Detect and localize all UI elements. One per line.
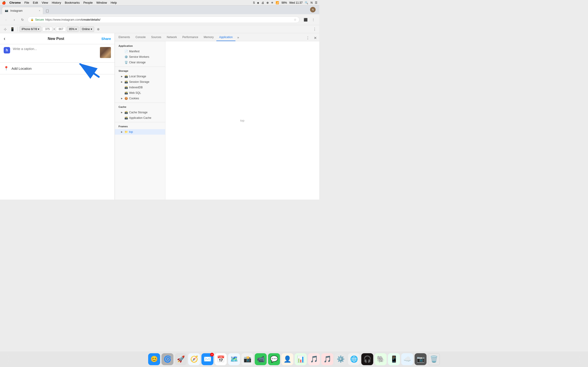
dimension-separator: × [53, 27, 55, 31]
sidebar-item-top-frame[interactable]: ▶ 📁 top [115, 129, 165, 135]
network-throttle-selector[interactable]: Online ▾ [80, 26, 94, 32]
width-input[interactable]: 375 [42, 27, 52, 31]
airdrop-icon: ⊕ [267, 1, 269, 4]
menu-help[interactable]: Help [111, 1, 117, 4]
divider-1 [115, 67, 165, 67]
expand-arrow-top: ▶ [120, 131, 123, 133]
skype-icon: S [253, 1, 255, 4]
menu-file[interactable]: File [24, 1, 29, 4]
sidebar-item-indexeddb[interactable]: 🗃️ IndexedDB [115, 85, 165, 90]
zoom-selector[interactable]: 85% ▾ [67, 26, 79, 32]
menu-people[interactable]: People [83, 1, 93, 4]
menu-bookmarks[interactable]: Bookmarks [65, 1, 80, 4]
chrome-menu-icon[interactable]: ⋮ [310, 17, 317, 23]
new-tab-button[interactable] [44, 8, 51, 14]
search-icon[interactable]: 🔍 [305, 1, 308, 4]
manifest-icon: 📄 [124, 50, 128, 53]
application-cache-label: Application Cache [129, 116, 151, 119]
sidebar-item-manifest[interactable]: 📄 Manifest [115, 49, 165, 54]
bookmark-star-icon[interactable]: ☆ [294, 18, 296, 21]
expand-arrow-sw [120, 56, 123, 58]
cache-storage-label: Cache Storage [129, 111, 147, 114]
sidebar-item-local-storage[interactable]: ▶ 🗃️ Local Storage [115, 74, 165, 79]
location-pin-icon: 📍 [4, 66, 9, 71]
indexeddb-icon: 🗃️ [124, 86, 128, 89]
wifi-icon: 📶 [276, 1, 279, 4]
forward-button[interactable]: › [11, 17, 17, 23]
instagram-back-button[interactable]: ‹ [4, 36, 10, 42]
menu-window[interactable]: Window [96, 1, 107, 4]
tab-favicon: 📷 [5, 9, 9, 13]
cookies-label: Cookies [129, 97, 139, 100]
tab-title: Instagram [10, 9, 37, 12]
sidebar-item-service-workers[interactable]: ⚙️ Service Workers [115, 54, 165, 60]
reload-button[interactable]: ↻ [19, 17, 26, 23]
address-input[interactable]: 🔒 Secure https://www.instagram.com/creat… [27, 17, 300, 23]
expand-arrow-ls: ▶ [120, 75, 123, 78]
device-selector[interactable]: iPhone 6/7/8 ▾ [19, 26, 41, 32]
top-frame-label: top [129, 130, 133, 133]
tab-memory[interactable]: Memory [201, 34, 216, 41]
tab-network[interactable]: Network [164, 34, 180, 41]
devtools-more-button[interactable]: ⋮ [304, 35, 311, 41]
instagram-share-button[interactable]: Share [101, 37, 111, 41]
tab-performance[interactable]: Performance [180, 34, 201, 41]
divider-2 [115, 102, 165, 103]
battery-text: 98% [281, 1, 287, 4]
chrome-user-avatar[interactable]: N [310, 7, 316, 12]
frames-section-header: Frames [115, 124, 165, 129]
expand-arrow-sql [120, 92, 123, 94]
device-mode-button[interactable]: 📱 [9, 26, 16, 32]
tab-bar: 📷 Instagram × N [0, 6, 319, 14]
sidebar-item-application-cache[interactable]: 🗃️ Application Cache [115, 115, 165, 121]
post-image [100, 47, 111, 58]
menu-view[interactable]: View [42, 1, 48, 4]
tab-elements[interactable]: Elements [116, 34, 133, 41]
instagram-tab[interactable]: 📷 Instagram × [2, 7, 43, 14]
indexeddb-label: IndexedDB [129, 86, 143, 89]
menu-edit[interactable]: Edit [33, 1, 38, 4]
local-storage-label: Local Storage [129, 75, 146, 78]
menu-history[interactable]: History [52, 1, 61, 4]
expand-arrow-ac [120, 117, 123, 119]
tab-sources[interactable]: Sources [148, 34, 164, 41]
extensions-icon[interactable]: ⬛ [302, 17, 309, 23]
cookies-icon: 🍪 [124, 97, 128, 100]
back-button[interactable]: ‹ [3, 17, 9, 23]
sidebar-item-clear-storage[interactable]: 🗑️ Clear storage [115, 60, 165, 65]
tab-close-button[interactable]: × [39, 9, 40, 12]
sidebar-item-session-storage[interactable]: ▶ 🗃️ Session Storage [115, 79, 165, 85]
select-element-button[interactable]: ⊹ [2, 26, 8, 32]
tab-console[interactable]: Console [133, 34, 148, 41]
instagram-header: ‹ New Post Share [0, 33, 115, 44]
expand-arrow-cs: ▶ [120, 111, 123, 114]
devtools-close-button[interactable]: ✕ [312, 35, 318, 41]
more-tabs-button[interactable]: » [235, 34, 241, 41]
more-options-icon[interactable]: ⋮ [312, 26, 317, 32]
expand-arrow-cookies: ▶ [120, 97, 123, 100]
sidebar-item-web-sql[interactable]: 🗃️ Web SQL [115, 90, 165, 96]
width-input-group: 375 × 667 [42, 27, 66, 31]
menu-bar: 🍎 Chrome File Edit View History Bookmark… [0, 0, 319, 6]
add-location-row[interactable]: 📍 Add Location [0, 63, 115, 74]
cache-section-header: Cache [115, 104, 165, 110]
post-thumbnail [100, 47, 111, 58]
address-bar: ‹ › ↻ 🔒 Secure https://www.instagram.com… [0, 14, 319, 25]
clock: Wed 11:37 [289, 1, 303, 4]
caption-input[interactable] [13, 47, 97, 58]
instagram-page-title: New Post [10, 37, 101, 41]
dropbox-icon: ◈ [257, 1, 259, 4]
sensors-icon[interactable]: ⊕ [95, 26, 102, 32]
tab-application[interactable]: Application [216, 34, 235, 41]
apple-menu[interactable]: 🍎 [2, 1, 6, 5]
web-sql-label: Web SQL [129, 91, 141, 94]
sidebar-item-cookies[interactable]: ▶ 🍪 Cookies [115, 96, 165, 101]
local-storage-icon: 🗃️ [124, 75, 128, 78]
network-dropdown-icon: ▾ [91, 27, 92, 31]
height-input[interactable]: 667 [56, 27, 66, 31]
zoom-dropdown-icon: ▾ [75, 27, 77, 31]
expand-arrow-manifest [120, 50, 123, 53]
chrome-window: 📷 Instagram × N ‹ › ↻ 🔒 Secure https://w… [0, 6, 319, 200]
devtools-panel: Elements Console Sources Network Perform… [115, 33, 319, 200]
sidebar-item-cache-storage[interactable]: ▶ 🗃️ Cache Storage [115, 110, 165, 115]
